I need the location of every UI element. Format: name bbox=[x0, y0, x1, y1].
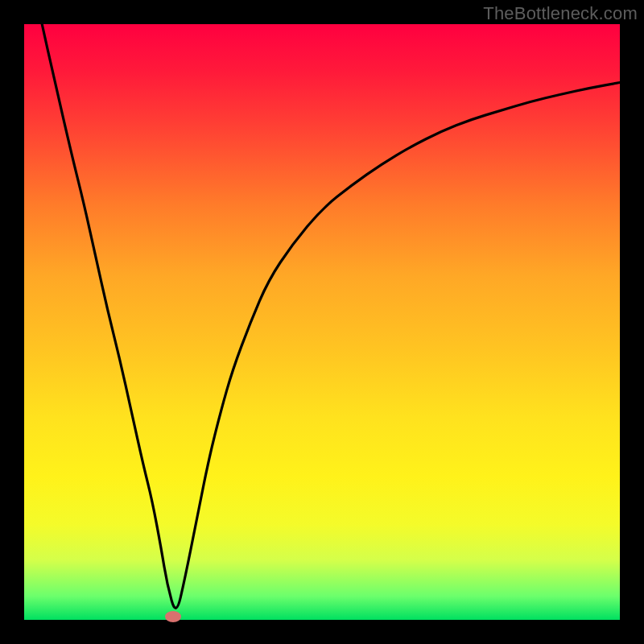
optimal-point-marker bbox=[165, 611, 181, 622]
chart-frame: TheBottleneck.com bbox=[0, 0, 644, 644]
watermark-text: TheBottleneck.com bbox=[483, 3, 638, 24]
curve-layer bbox=[24, 24, 620, 620]
bottleneck-curve bbox=[42, 24, 620, 608]
